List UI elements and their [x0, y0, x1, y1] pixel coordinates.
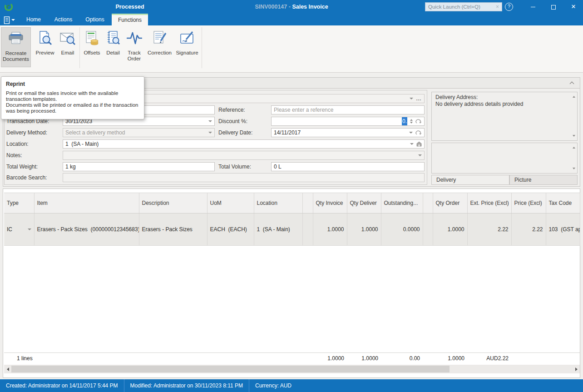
col-qty-deliver[interactable]: Qty Deliver	[347, 193, 381, 213]
location-combo[interactable]: 1 (SA - Main)	[63, 139, 425, 149]
location-value: 1 (SA - Main)	[65, 140, 99, 148]
recreate-documents-button[interactable]: Recreate Documents	[1, 27, 31, 67]
scroll-right-icon[interactable]	[573, 367, 580, 371]
cell-location[interactable]: 1 (SA - Main)	[254, 213, 302, 246]
delivery-panel: Delivery Address: No delivery address de…	[429, 90, 579, 185]
cell-uom[interactable]: EACH (EACH)	[207, 213, 254, 246]
chevron-down-icon[interactable]	[208, 132, 212, 134]
signature-button[interactable]: Signature	[174, 27, 200, 67]
delivery-method-combo[interactable]: Select a delivery method	[63, 128, 215, 137]
total-outstanding: 0.00	[381, 352, 423, 364]
cell-qty-order[interactable]: 1.0000	[433, 213, 467, 246]
scroll-left-icon[interactable]	[4, 367, 11, 371]
cell-pulse[interactable]	[423, 213, 433, 246]
col-qty-order[interactable]: Qty Order	[433, 193, 467, 213]
reset-arrow-icon[interactable]	[415, 119, 422, 124]
collapse-panel-icon[interactable]	[570, 82, 574, 86]
horizontal-scrollbar[interactable]	[4, 365, 580, 373]
cell-outstanding[interactable]: 0.0000	[381, 213, 423, 246]
chevron-down-icon[interactable]	[418, 154, 422, 156]
minimize-icon	[531, 7, 535, 8]
delivery-date-combo[interactable]: 14/11/2017	[271, 128, 425, 137]
close-button[interactable]: ✕	[563, 0, 583, 14]
total-weight-field: 1 kg	[63, 162, 215, 171]
cell-qty-invoice[interactable]: 1.0000	[313, 213, 347, 246]
col-outstanding[interactable]: Outstanding...	[381, 193, 423, 213]
delivery-notes-box[interactable]	[431, 143, 578, 174]
col-location[interactable]: Location	[254, 193, 302, 213]
scroll-down-icon[interactable]	[573, 135, 575, 137]
tab-functions[interactable]: Functions	[112, 14, 148, 25]
chevron-down-icon[interactable]	[410, 143, 414, 145]
cell-price[interactable]: 2.22	[511, 213, 546, 246]
total-weight-value: 1 kg	[65, 163, 76, 171]
tooltip-body-line1: Print or email the sales invoice with th…	[6, 90, 139, 102]
cell-item[interactable]: Erasers - Pack Sizes (000000012345683)	[34, 213, 139, 246]
button-label: Offsets	[84, 50, 100, 56]
col-type[interactable]: Type	[4, 193, 34, 213]
tab-actions[interactable]: Actions	[51, 14, 76, 25]
chevron-down-icon[interactable]	[410, 98, 413, 99]
tab-home[interactable]: Home	[22, 14, 45, 25]
discount-input[interactable]: 0.	[271, 117, 425, 126]
col-qty-invoice[interactable]: Qty Invoice	[313, 193, 347, 213]
cell-qty-deliver[interactable]: 1.0000	[347, 213, 381, 246]
quick-launch-input[interactable]: Quick Launch (Ctrl+Q) ×	[425, 2, 502, 11]
correction-button[interactable]: Correction	[146, 27, 173, 67]
scrollbar-thumb[interactable]	[11, 366, 450, 372]
tab-delivery[interactable]: Delivery	[431, 175, 509, 185]
reference-label: Reference:	[218, 105, 245, 114]
cell-type[interactable]: IC	[4, 213, 34, 246]
correction-icon	[153, 29, 167, 47]
app-menu-button[interactable]	[4, 15, 20, 25]
col-pulse-icon[interactable]	[423, 193, 433, 213]
cell-ext-price[interactable]: 2.22	[467, 213, 511, 246]
spin-down-icon[interactable]	[410, 122, 413, 124]
journal-icon	[4, 16, 10, 24]
reset-arrow-icon[interactable]	[415, 130, 422, 135]
minimize-button[interactable]	[523, 0, 543, 14]
col-tax-code[interactable]: Tax Code	[546, 193, 580, 213]
chevron-down-icon[interactable]	[208, 120, 212, 122]
delivery-address-box[interactable]: Delivery Address: No delivery address de…	[431, 92, 578, 141]
col-description[interactable]: Description	[139, 193, 207, 213]
col-backorder-icon[interactable]	[302, 193, 313, 213]
col-ext-price[interactable]: Ext. Price (Excl)	[467, 193, 511, 213]
delivery-date-value: 14/11/2017	[274, 129, 301, 137]
barcode-search-input[interactable]	[63, 173, 425, 182]
cell-backorder[interactable]	[302, 213, 313, 246]
tab-options[interactable]: Options	[82, 14, 108, 25]
ellipsis-button[interactable]: …	[416, 96, 422, 101]
total-weight-label: Total Weight:	[6, 162, 38, 171]
spinner-control[interactable]	[410, 119, 413, 124]
detail-button[interactable]: Detail	[104, 27, 123, 67]
spin-up-icon[interactable]	[410, 119, 413, 121]
email-button[interactable]: Email	[57, 27, 78, 67]
track-order-button[interactable]: Track Order	[124, 27, 145, 67]
status-bar: Created: Administrator on 14/11/2017 5:4…	[0, 379, 583, 392]
chevron-down-icon[interactable]	[409, 132, 413, 134]
modified-info: Modified: Administrator on 30/11/2023 8:…	[124, 379, 249, 392]
cell-description[interactable]: Erasers - Pack Sizes	[139, 213, 207, 246]
scroll-up-icon[interactable]	[573, 96, 575, 98]
chevron-down-icon[interactable]	[28, 228, 31, 230]
grid-header-row: Type Item Description UoM Location Qty I…	[4, 193, 580, 213]
cell-tax-code[interactable]: 103 (GST app	[546, 213, 580, 246]
col-item[interactable]: Item	[34, 193, 139, 213]
invoice-line-row[interactable]: IC Erasers - Pack Sizes (000000012345683…	[4, 213, 580, 246]
col-price[interactable]: Price (Excl)	[511, 193, 546, 213]
help-button[interactable]: ?	[505, 3, 513, 11]
warehouse-icon[interactable]	[416, 141, 422, 147]
scroll-up-icon[interactable]	[573, 147, 575, 149]
reference-placeholder: Please enter a reference	[274, 106, 333, 114]
preview-button[interactable]: Preview	[34, 27, 56, 67]
offsets-button[interactable]: Offsets	[81, 27, 103, 67]
scroll-down-icon[interactable]	[573, 168, 575, 169]
col-uom[interactable]: UoM	[207, 193, 254, 213]
reference-input[interactable]: Please enter a reference	[271, 105, 425, 114]
tab-picture[interactable]: Picture	[509, 175, 578, 185]
maximize-button[interactable]	[543, 0, 563, 14]
total-volume-label: Total Volume:	[218, 162, 251, 171]
quick-launch-clear-icon[interactable]: ×	[496, 3, 499, 11]
notes-combo[interactable]	[63, 151, 425, 160]
